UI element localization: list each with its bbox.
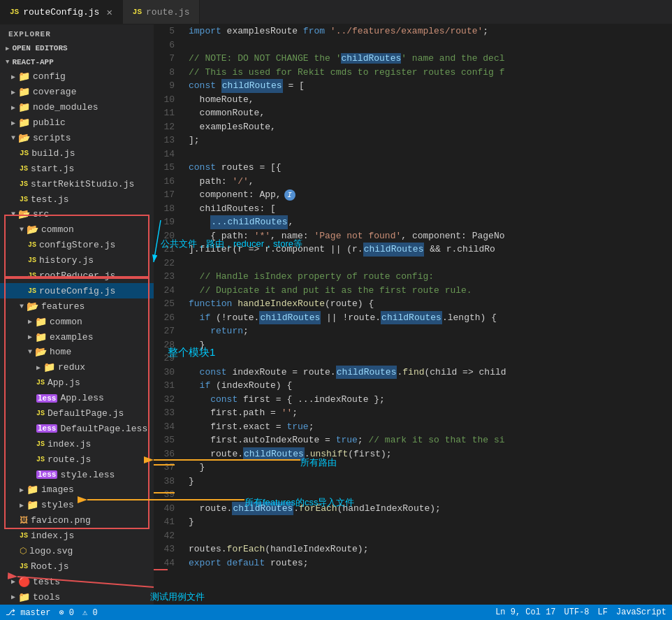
sidebar-item-label-build: build.js bbox=[31, 148, 75, 159]
sidebar-item-label-start: start.js bbox=[31, 164, 74, 174]
sidebar-item-label-history: history.js bbox=[39, 255, 94, 266]
sidebar-item-label-defaultpagejs: DefaultPage.js bbox=[48, 408, 124, 419]
sidebar-item-label-testjs: test.js bbox=[31, 194, 69, 205]
sidebar-item-label-common: common bbox=[41, 224, 74, 235]
sidebar-item-label-redux: redux bbox=[58, 362, 85, 373]
sidebar-item-node-modules[interactable]: ▶ 📁 node_modules bbox=[0, 100, 154, 115]
encoding: UTF-8 bbox=[564, 607, 590, 617]
sidebar-item-build[interactable]: JS build.js bbox=[0, 145, 154, 161]
folder-icon-scripts: 📂 bbox=[18, 132, 30, 144]
js-badge-configstore: JS bbox=[28, 241, 36, 249]
error-count: ⊗ 0 bbox=[59, 607, 74, 618]
open-editors-section[interactable]: ▶ OPEN EDITORS bbox=[0, 41, 154, 55]
sidebar-item-routeconfig[interactable]: JS routeConfig.js bbox=[0, 283, 154, 298]
sidebar-item-label-features: features bbox=[41, 301, 85, 312]
sidebar-item-styles[interactable]: ▶ 📁 styles bbox=[0, 498, 154, 513]
sidebar-item-defaultpagejs[interactable]: JS DefaultPage.js bbox=[0, 406, 154, 421]
sidebar-item-label-rootreducer: rootReducer.js bbox=[39, 271, 115, 281]
sidebar-item-tests[interactable]: ▶ 🔴 tests bbox=[0, 574, 154, 589]
explorer-header: EXPLORER bbox=[0, 24, 154, 41]
arrow-right-fcommon: ▶ bbox=[28, 317, 32, 326]
arrow-right-config: ▶ bbox=[11, 73, 15, 81]
js-badge-home-indexjs: JS bbox=[36, 440, 45, 448]
arrow-down-scripts: ▼ bbox=[11, 134, 15, 142]
arrow-down-common: ▼ bbox=[20, 226, 24, 233]
react-app-arrow: ▼ bbox=[6, 59, 9, 66]
folder-icon-fcommon: 📁 bbox=[35, 316, 47, 328]
sidebar-item-src[interactable]: ▼ 📂 src bbox=[0, 207, 154, 222]
sidebar-item-label-logo: logo.svg bbox=[29, 546, 73, 556]
sidebar-item-label-configstore: configStore.js bbox=[39, 240, 115, 250]
folder-icon-tools: 📁 bbox=[18, 591, 30, 603]
react-app-section[interactable]: ▼ REACT-APP bbox=[0, 55, 154, 69]
sidebar-item-scripts[interactable]: ▼ 📂 scripts bbox=[0, 131, 154, 146]
sidebar-item-label-src: src bbox=[33, 209, 49, 219]
png-icon-favicon: 🖼 bbox=[20, 515, 28, 526]
sidebar-item-startrekit[interactable]: JS startRekitStudio.js bbox=[0, 176, 154, 192]
editor: 56789 1011121314 1516171819 2021222324 2… bbox=[154, 24, 672, 605]
sidebar-item-appjs[interactable]: JS App.js bbox=[0, 375, 154, 391]
less-badge-defaultpageless: less bbox=[36, 424, 57, 433]
sidebar-item-styleless[interactable]: less style.less bbox=[0, 467, 154, 482]
arrow-right-coverage: ▶ bbox=[11, 88, 15, 96]
sidebar-item-rootjs[interactable]: JS Root.js bbox=[0, 559, 154, 575]
folder-icon-examples: 📁 bbox=[35, 331, 47, 343]
arrow-right-node-modules: ▶ bbox=[11, 103, 15, 112]
sidebar-item-logo[interactable]: ⬡ logo.svg bbox=[0, 544, 154, 559]
sidebar-item-home[interactable]: ▼ 📂 home bbox=[0, 345, 154, 360]
arrow-right-public: ▶ bbox=[11, 119, 15, 127]
sidebar-item-label-startrekit: startRekitStudio.js bbox=[31, 179, 134, 189]
js-badge-rootreducer: JS bbox=[28, 272, 36, 280]
sidebar-item-features-common[interactable]: ▶ 📁 common bbox=[0, 314, 154, 329]
tab-routeconfig-label: routeConfig.js bbox=[23, 7, 99, 17]
sidebar-item-redux[interactable]: ▶ 📁 redux bbox=[0, 360, 154, 375]
sidebar-item-test[interactable]: JS test.js bbox=[0, 192, 154, 207]
js-badge-rootjs: JS bbox=[20, 563, 28, 570]
arrow-down-features: ▼ bbox=[20, 303, 24, 310]
sidebar-item-features[interactable]: ▼ 📂 features bbox=[0, 298, 154, 314]
js-badge-route: JS bbox=[133, 8, 142, 16]
sidebar-item-home-indexjs[interactable]: JS index.js bbox=[0, 436, 154, 452]
sidebar-item-label-node-modules: node_modules bbox=[33, 102, 98, 113]
line-numbers: 56789 1011121314 1516171819 2021222324 2… bbox=[154, 24, 182, 605]
eol: LF bbox=[598, 607, 608, 617]
js-badge-src-indexjs: JS bbox=[20, 532, 28, 540]
arrow-right-redux: ▶ bbox=[36, 363, 41, 372]
folder-icon-redux: 📁 bbox=[43, 361, 55, 373]
sidebar-item-coverage[interactable]: ▶ 📁 coverage bbox=[0, 85, 154, 100]
open-editors-arrow: ▶ bbox=[6, 45, 9, 52]
sidebar-item-appless[interactable]: less App.less bbox=[0, 391, 154, 406]
tab-routeconfig[interactable]: JS routeConfig.js ✕ bbox=[0, 0, 123, 24]
sidebar-item-configstore[interactable]: JS configStore.js bbox=[0, 238, 154, 253]
sidebar-item-label-rootjs: Root.js bbox=[31, 561, 69, 572]
sidebar-item-rootreducer[interactable]: JS rootReducer.js bbox=[0, 268, 154, 284]
close-icon-routeconfig[interactable]: ✕ bbox=[106, 6, 112, 18]
arrow-down-src: ▼ bbox=[11, 210, 15, 218]
sidebar-item-images[interactable]: ▶ 📁 images bbox=[0, 482, 154, 498]
sidebar-item-examples[interactable]: ▶ 📁 examples bbox=[0, 329, 154, 345]
code-content[interactable]: import examplesRoute from '../features/e… bbox=[182, 24, 672, 605]
sidebar-item-tools[interactable]: ▶ 📁 tools bbox=[0, 589, 154, 605]
tab-route-label: route.js bbox=[146, 7, 189, 17]
sidebar-item-start[interactable]: JS start.js bbox=[0, 161, 154, 176]
sidebar-item-history[interactable]: JS history.js bbox=[0, 253, 154, 268]
sidebar-item-public[interactable]: ▶ 📁 public bbox=[0, 115, 154, 131]
sidebar-item-routejs[interactable]: JS route.js bbox=[0, 452, 154, 467]
folder-icon-features: 📂 bbox=[27, 301, 38, 312]
folder-icon-common: 📂 bbox=[27, 224, 38, 236]
tab-route[interactable]: JS route.js bbox=[123, 0, 200, 24]
sidebar-item-label-styles-dir: styles bbox=[41, 500, 74, 510]
sidebar-item-src-indexjs[interactable]: JS index.js bbox=[0, 528, 154, 544]
warning-count: ⚠ 0 bbox=[82, 607, 98, 618]
sidebar-item-label-tests: tests bbox=[33, 577, 60, 587]
js-badge-start: JS bbox=[20, 165, 28, 173]
js-badge-routeconfig: JS bbox=[10, 8, 19, 16]
folder-icon-tests: 🔴 bbox=[18, 576, 30, 588]
sidebar-item-favicon[interactable]: 🖼 favicon.png bbox=[0, 513, 154, 528]
sidebar-item-label-home: home bbox=[50, 347, 71, 357]
js-badge-appjs: JS bbox=[36, 379, 45, 387]
sidebar-item-defaultpageless[interactable]: less DefaultPage.less bbox=[0, 421, 154, 436]
sidebar-item-common[interactable]: ▼ 📂 common bbox=[0, 222, 154, 238]
language: JavaScript bbox=[616, 607, 666, 617]
sidebar-item-config[interactable]: ▶ 📁 config bbox=[0, 69, 154, 85]
